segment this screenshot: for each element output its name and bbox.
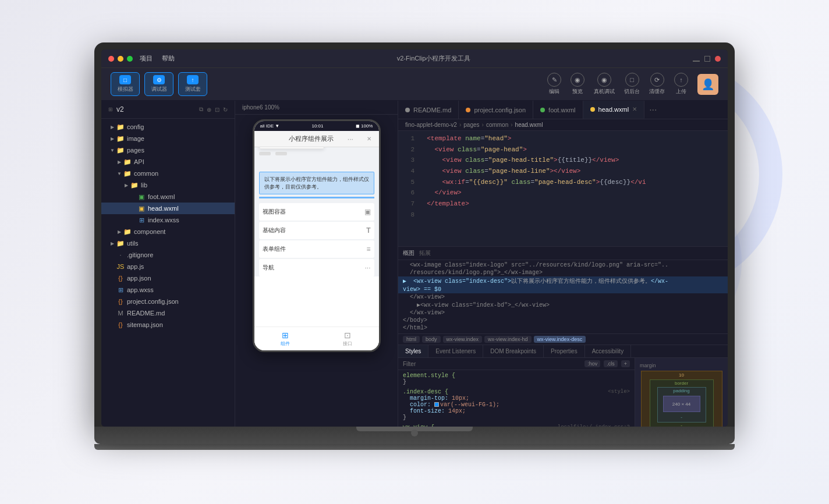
nav-item-basic-content[interactable]: 基础内容 T — [259, 222, 374, 239]
toolbar: □ 模拟器 ⚙ 调试器 ↑ 测试套 — [101, 68, 728, 101]
nav-item-navigation[interactable]: 导航 ··· — [259, 259, 374, 276]
highlighted-text: 以下将展示小程序官方组件能力，组件样式仅供参考，目前仅供参考。 — [264, 176, 369, 190]
tree-label-api: API — [134, 158, 144, 165]
styles-main-panel: :hov .cls + element.style { — [398, 358, 728, 427]
hover-filter-btn[interactable]: :hov — [584, 360, 600, 367]
simulator-btn[interactable]: □ 模拟器 — [111, 72, 140, 96]
tab-headwxml[interactable]: head.wxml ✕ — [583, 101, 645, 119]
line-num-8: 8 — [403, 210, 414, 221]
elem-tag-wx-view-index-desc[interactable]: wx-view.index-desc — [534, 336, 586, 343]
tree-item-lib[interactable]: ▶ 📁 lib — [101, 179, 235, 191]
index-desc-rule-header: .index-desc { <style> — [403, 389, 630, 395]
properties-tab[interactable]: Properties — [544, 345, 585, 357]
tree-item-api[interactable]: ▶ 📁 API — [101, 156, 235, 168]
styles-tab[interactable]: Styles — [398, 345, 428, 357]
nav-item-view-container[interactable]: 视图容器 ▣ — [259, 203, 374, 221]
tree-item-pages[interactable]: ▼ 📁 pages — [101, 144, 235, 156]
styles-filter-input[interactable] — [403, 361, 581, 367]
tree-label-index-wxss: index.wxss — [148, 216, 179, 223]
preview-tool[interactable]: ◉ 预览 — [571, 73, 584, 95]
border-box: border padding 240 × 44 - — [650, 379, 714, 427]
event-listeners-tab[interactable]: Event Listeners — [428, 345, 483, 357]
tree-item-readme[interactable]: M README.md — [101, 307, 235, 319]
background-tool[interactable]: □ 切后台 — [624, 73, 640, 95]
menu-help[interactable]: 帮助 — [162, 54, 175, 63]
tree-label-common: common — [134, 170, 158, 177]
user-avatar[interactable]: 👤 — [697, 74, 718, 95]
bottom-nav-components[interactable]: ⊞ 组件 — [281, 331, 290, 347]
elem-tag-html[interactable]: html — [403, 336, 420, 343]
tree-item-appjs[interactable]: JS app.js — [101, 261, 235, 272]
nav-item-form[interactable]: 表单组件 ≡ — [259, 240, 374, 258]
phone-frame: all IDE ▼ 10:01 ◼ 100% 小程序组件展示 ··· ✕ — [253, 119, 381, 352]
file-icon-readme: M — [116, 309, 125, 317]
tree-item-appjson[interactable]: {} app.json — [101, 272, 235, 284]
clear-cache-label: 清缓存 — [649, 88, 665, 95]
file-icon-projectconfig: {} — [116, 297, 125, 306]
maximize-window-btn[interactable] — [127, 56, 133, 62]
win-fullscreen-btn[interactable] — [704, 56, 710, 62]
tree-item-index-wxss[interactable]: ⊞ index.wxss — [101, 214, 235, 226]
app-title: v2-FinClip小程序开发工具 — [175, 54, 693, 63]
file-icon-index-wxss: ⊞ — [137, 216, 146, 224]
phone-close-icon[interactable]: ✕ — [367, 136, 371, 142]
tab-readme[interactable]: README.md — [398, 101, 459, 119]
add-style-btn[interactable]: + — [621, 360, 630, 367]
accessibility-tab[interactable]: Accessibility — [585, 345, 631, 357]
win-minimize-btn[interactable] — [693, 61, 700, 62]
file-icon-appwxss: ⊞ — [116, 286, 125, 294]
arrow-config: ▶ — [108, 123, 116, 131]
tree-label-head-wxml: head.wxml — [148, 205, 179, 212]
elem-tag-wx-view-index[interactable]: wx-view.index — [443, 336, 483, 343]
code-editor-area: README.md project.config.json foot.wxml — [398, 101, 728, 427]
more-tabs-btn[interactable]: ··· — [644, 105, 661, 115]
tab-close-headwxml[interactable]: ✕ — [632, 106, 637, 112]
simulator-label: 模拟器 — [118, 86, 133, 93]
breadcrumb-sep-0: › — [459, 122, 461, 128]
minimize-window-btn[interactable] — [118, 56, 123, 62]
tree-item-config[interactable]: ▶ 📁 config — [101, 121, 235, 133]
prop-color: color: var(--weui-FG-1); — [410, 402, 630, 408]
tree-label-component: component — [134, 228, 165, 235]
html-line-5: ▶<wx-view class="index-bd">_</wx-view> — [398, 301, 728, 309]
padding-label: padding — [673, 388, 689, 393]
tree-item-head-wxml[interactable]: ▣ head.wxml — [101, 203, 235, 214]
clear-cache-tool[interactable]: ⟳ 清缓存 — [649, 73, 665, 95]
code-line-7: </template> — [419, 198, 723, 210]
tree-item-foot-wxml[interactable]: ▣ foot.wxml — [101, 191, 235, 203]
line-num-6: 6 — [403, 187, 414, 198]
file-icon-appjson: {} — [116, 274, 125, 282]
phone-menu-icon[interactable]: ··· — [348, 135, 353, 143]
debugger-btn[interactable]: ⚙ 调试器 — [144, 72, 173, 96]
styles-filter-bar: :hov .cls + — [398, 358, 635, 370]
border-label: border — [675, 381, 688, 386]
arrow-common: ▼ — [115, 169, 123, 178]
tree-item-component[interactable]: ▶ 📁 component — [101, 226, 235, 237]
phone-bottom-nav: ⊞ 组件 ⊡ 接口 — [254, 326, 379, 350]
tree-item-utils[interactable]: ▶ 📁 utils — [101, 237, 235, 249]
dom-breakpoints-tab[interactable]: DOM Breakpoints — [483, 345, 544, 357]
elem-tag-wx-view-index-hd[interactable]: wx-view.index-hd — [484, 336, 532, 343]
tree-item-common[interactable]: ▼ 📁 common — [101, 168, 235, 179]
tree-item-gitignore[interactable]: · .gitignore — [101, 249, 235, 261]
phone-content-area: wx-view.index-desc 240×44 以下将展示小程序官方组件能力… — [254, 147, 379, 203]
upload-tool[interactable]: ↑ 上传 — [674, 73, 688, 95]
simulator-icon: □ — [119, 75, 131, 84]
menu-project[interactable]: 项目 — [140, 54, 153, 63]
tree-item-sitemap[interactable]: {} sitemap.json — [101, 319, 235, 331]
tree-item-appwxss[interactable]: ⊞ app.wxss — [101, 284, 235, 296]
cls-filter-btn[interactable]: .cls — [604, 360, 618, 367]
edit-tool[interactable]: ✎ 编辑 — [547, 73, 561, 95]
tree-item-image[interactable]: ▶ 📁 image — [101, 133, 235, 144]
tab-projectconfig[interactable]: project.config.json — [459, 101, 533, 119]
elem-tag-body[interactable]: body — [422, 336, 441, 343]
tab-footwxml[interactable]: foot.wxml — [533, 101, 583, 119]
bottom-nav-interface[interactable]: ⊡ 接口 — [343, 331, 352, 347]
testkit-btn[interactable]: ↑ 测试套 — [178, 72, 207, 96]
win-close-btn[interactable] — [715, 56, 721, 62]
tree-item-projectconfig[interactable]: {} project.config.json — [101, 296, 235, 307]
device-debug-tool[interactable]: ◉ 真机调试 — [594, 73, 615, 95]
tree-label-image: image — [127, 135, 144, 142]
close-window-btn[interactable] — [108, 56, 114, 62]
clear-cache-icon: ⟳ — [650, 73, 664, 87]
